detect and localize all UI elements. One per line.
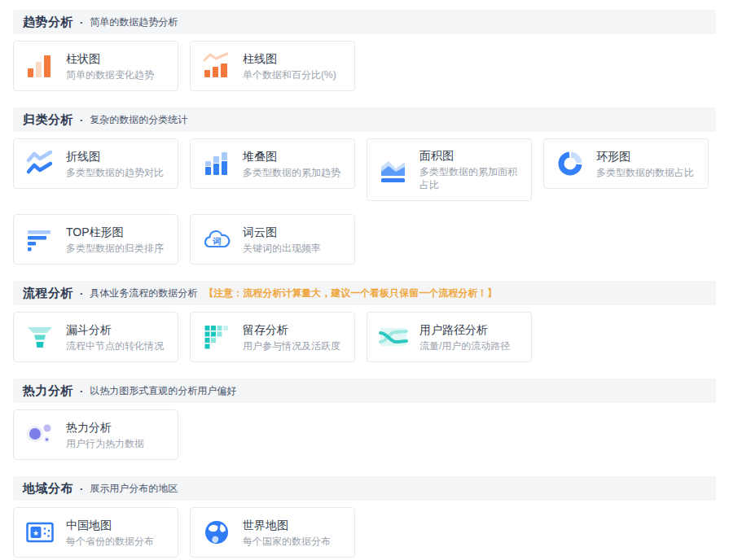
- card-desc: 用户行为热力数据: [66, 437, 144, 450]
- card-bar-chart[interactable]: 柱状图 简单的数据变化趋势: [13, 41, 178, 91]
- card-text: 柱线图 单个数据和百分比(%): [243, 51, 336, 81]
- card-text: TOP柱形图 多类型数据的归类排序: [66, 225, 164, 255]
- section-warning-note: 【注意：流程分析计算量大，建议一个看板只保留一个流程分析！】: [204, 287, 497, 300]
- section-heat: 热力分析 · 以热力图形式直观的分析用户偏好 热力分析 用户行为热力数据: [13, 378, 716, 460]
- card-text: 中国地图 每个省份的数据分布: [66, 518, 154, 548]
- card-title: TOP柱形图: [66, 225, 164, 240]
- separator-dot: ·: [80, 385, 83, 397]
- card-text: 折线图 多类型数据的趋势对比: [66, 149, 164, 179]
- card-text: 留存分析 用户参与情况及活跃度: [243, 322, 340, 352]
- separator-dot: ·: [80, 287, 83, 300]
- wordcloud-icon: 词: [202, 225, 231, 254]
- card-retention-analysis[interactable]: 留存分析 用户参与情况及活跃度: [190, 312, 355, 362]
- bar-line-icon: [202, 51, 231, 81]
- card-title: 环形图: [596, 149, 694, 164]
- card-desc: 多类型数据的归类排序: [66, 242, 164, 255]
- line-chart-icon: [25, 149, 55, 178]
- card-desc: 多类型数据的累加趋势: [243, 166, 340, 179]
- section-header-process: 流程分析 · 具体业务流程的数据分析 【注意：流程分析计算量大，建议一个看板只保…: [13, 281, 716, 305]
- card-grid: 折线图 多类型数据的趋势对比 堆叠图: [13, 138, 716, 265]
- card-title: 用户路径分析: [419, 322, 510, 338]
- card-title: 柱状图: [66, 51, 154, 67]
- card-desc: 流量/用户的流动路径: [419, 339, 510, 352]
- card-desc: 关键词的出现频率: [243, 242, 321, 255]
- section-title: 地域分布: [23, 481, 73, 497]
- bar-chart-icon: [25, 51, 55, 81]
- card-title: 词云图: [243, 225, 321, 240]
- card-title: 中国地图: [66, 518, 154, 533]
- section-subtitle: 展示用户分布的地区: [90, 482, 178, 496]
- card-world-map[interactable]: 世界地图 每个国家的数据分布: [190, 507, 355, 558]
- funnel-icon: [25, 322, 55, 352]
- card-text: 环形图 多类型数据的数据占比: [596, 149, 694, 179]
- section-subtitle: 以热力图形式直观的分析用户偏好: [90, 384, 236, 398]
- card-desc: 简单的数据变化趋势: [66, 68, 154, 81]
- card-title: 折线图: [66, 149, 164, 164]
- card-desc: 每个省份的数据分布: [66, 535, 154, 548]
- card-wordcloud-chart[interactable]: 词 词云图 关键词的出现频率: [190, 214, 355, 265]
- top-bar-icon: [25, 225, 55, 254]
- section-subtitle: 复杂的数据的分类统计: [90, 113, 187, 127]
- section-header-classify: 归类分析 · 复杂的数据的分类统计: [13, 107, 716, 132]
- card-title: 柱线图: [243, 51, 336, 67]
- section-subtitle: 具体业务流程的数据分析: [90, 287, 197, 300]
- section-trend: 趋势分析 · 简单的数据趋势分析 柱状图 简单的数据变化趋势: [13, 10, 716, 91]
- card-stacked-chart[interactable]: 堆叠图 多类型数据的累加趋势: [190, 138, 355, 189]
- card-title: 堆叠图: [243, 149, 340, 164]
- card-text: 面积图 多类型数据的累加面积占比: [419, 148, 520, 191]
- card-china-map[interactable]: ★ 中国地图 每个省份的数据分布: [13, 507, 178, 558]
- card-text: 词云图 关键词的出现频率: [243, 225, 321, 255]
- card-grid: ★ 中国地图 每个省份的数据分布: [13, 507, 716, 558]
- card-donut-chart[interactable]: 环形图 多类型数据的数据占比: [543, 138, 709, 189]
- card-text: 用户路径分析 流量/用户的流动路径: [419, 322, 510, 352]
- section-title: 趋势分析: [23, 15, 73, 30]
- card-text: 柱状图 简单的数据变化趋势: [66, 51, 154, 81]
- card-grid: 漏斗分析 流程中节点的转化情况: [13, 312, 716, 362]
- section-header-region: 地域分布 · 展示用户分布的地区: [13, 476, 716, 501]
- card-bar-line-chart[interactable]: 柱线图 单个数据和百分比(%): [190, 41, 355, 91]
- card-text: 热力分析 用户行为热力数据: [66, 420, 144, 450]
- chart-picker-page: 趋势分析 · 简单的数据趋势分析 柱状图 简单的数据变化趋势: [0, 0, 729, 560]
- card-desc: 用户参与情况及活跃度: [243, 339, 340, 352]
- card-desc: 流程中节点的转化情况: [66, 339, 164, 352]
- section-header-heat: 热力分析 · 以热力图形式直观的分析用户偏好: [13, 378, 716, 403]
- card-title: 世界地图: [243, 518, 331, 533]
- section-title: 热力分析: [23, 383, 73, 399]
- card-funnel-analysis[interactable]: 漏斗分析 流程中节点的转化情况: [13, 312, 178, 362]
- card-desc: 单个数据和百分比(%): [243, 68, 336, 81]
- card-title: 漏斗分析: [66, 322, 164, 338]
- card-desc: 每个国家的数据分布: [243, 535, 331, 548]
- section-subtitle: 简单的数据趋势分析: [90, 15, 178, 29]
- card-desc: 多类型数据的趋势对比: [66, 166, 164, 179]
- world-map-icon: [202, 518, 231, 547]
- card-text: 世界地图 每个国家的数据分布: [243, 518, 331, 548]
- svg-text:词: 词: [213, 236, 222, 246]
- card-desc: 多类型数据的累加面积占比: [419, 165, 520, 191]
- card-area-chart[interactable]: 面积图 多类型数据的累加面积占比: [367, 138, 532, 201]
- section-region: 地域分布 · 展示用户分布的地区 ★: [13, 476, 716, 558]
- card-title: 热力分析: [66, 420, 144, 435]
- card-title: 留存分析: [243, 322, 340, 338]
- section-title: 流程分析: [23, 286, 73, 301]
- card-desc: 多类型数据的数据占比: [596, 166, 694, 179]
- card-title: 面积图: [419, 148, 520, 164]
- card-top-bar-chart[interactable]: TOP柱形图 多类型数据的归类排序: [13, 214, 178, 265]
- card-grid: 热力分析 用户行为热力数据: [13, 409, 716, 460]
- card-user-path-analysis[interactable]: 用户路径分析 流量/用户的流动路径: [367, 312, 532, 362]
- area-chart-icon: [379, 155, 408, 185]
- stacked-bar-icon: [202, 149, 231, 178]
- section-process: 流程分析 · 具体业务流程的数据分析 【注意：流程分析计算量大，建议一个看板只保…: [13, 281, 716, 362]
- donut-chart-icon: [556, 149, 585, 178]
- section-header-trend: 趋势分析 · 简单的数据趋势分析: [13, 10, 716, 34]
- china-map-icon: ★: [25, 518, 55, 547]
- section-classify: 归类分析 · 复杂的数据的分类统计 折线图 多类型数据的趋势对比: [13, 107, 716, 265]
- card-line-chart[interactable]: 折线图 多类型数据的趋势对比: [13, 138, 178, 189]
- card-grid: 柱状图 简单的数据变化趋势 柱线图 单个数据和百分比(%): [13, 41, 716, 91]
- separator-dot: ·: [80, 114, 83, 126]
- user-path-icon: [379, 322, 408, 352]
- section-title: 归类分析: [23, 112, 73, 128]
- separator-dot: ·: [80, 483, 83, 495]
- card-text: 漏斗分析 流程中节点的转化情况: [66, 322, 164, 352]
- retention-grid-icon: [202, 322, 231, 352]
- card-heat-analysis[interactable]: 热力分析 用户行为热力数据: [13, 409, 178, 460]
